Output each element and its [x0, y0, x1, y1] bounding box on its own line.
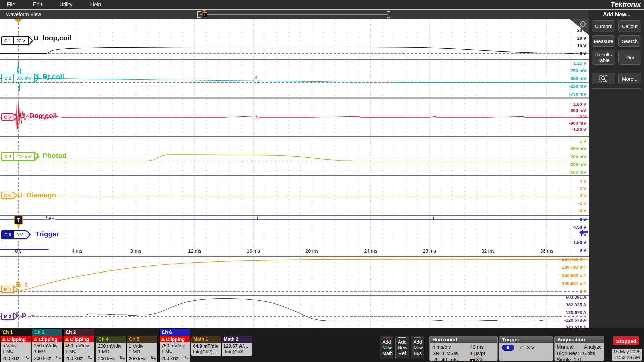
- menu-edit[interactable]: Edit: [33, 2, 42, 8]
- datetime-display: 15 May 2025 11:53:23 AM: [612, 349, 642, 361]
- svg-text:600 mV: 600 mV: [571, 146, 586, 152]
- svg-text:2 V: 2 V: [580, 186, 586, 191]
- trigger-position-badge-icon: T: [470, 359, 475, 361]
- add-new-math-button[interactable]: Add New Math: [380, 336, 393, 359]
- bandwidth-limit-flag: Bw: [151, 355, 156, 362]
- trigger-t-icon[interactable]: T: [14, 216, 23, 224]
- overview-trigger-caret-icon: [202, 10, 206, 12]
- search-button[interactable]: Search: [618, 35, 642, 47]
- channel-badge-c3[interactable]: C 3: [1, 113, 18, 121]
- cursors-button[interactable]: Cursors: [592, 20, 615, 32]
- trigger-panel[interactable]: Trigger 6 3 V: [499, 336, 553, 361]
- trigger-panel-title: Trigger: [499, 336, 553, 343]
- add-new-bus-button[interactable]: Add New Bus: [411, 336, 424, 359]
- svg-text:0 s: 0 s: [15, 248, 21, 254]
- svg-text:120.678 A: 120.678 A: [566, 310, 586, 315]
- warning-icon: !: [2, 337, 6, 341]
- acquisition-panel[interactable]: Acquisition Manual,Analyze High Res: 16 …: [554, 336, 604, 361]
- svg-text:0 V: 0 V: [580, 193, 586, 198]
- overview-trigger-icon[interactable]: T: [203, 12, 207, 17]
- svg-text:-362.035 A: -362.035 A: [564, 325, 587, 328]
- channel-badge-m2[interactable]: M 2: [1, 313, 18, 320]
- overview-left-bracket-icon[interactable]: [197, 11, 201, 18]
- svg-text:1.50 V: 1.50 V: [573, 240, 586, 245]
- clipping-warning: !Clipping: [32, 336, 62, 342]
- waveform-view-title: Waveform View: [6, 11, 41, 17]
- svg-text:24 ms: 24 ms: [364, 248, 377, 254]
- svg-text:10 V: 10 V: [577, 43, 586, 48]
- svg-text:20 ms: 20 ms: [305, 248, 319, 254]
- svg-text:4.50 V: 4.50 V: [573, 225, 586, 230]
- oscilloscope-app: File Edit Utility Help Tektronix Wavefor…: [0, 0, 644, 362]
- badge-arrow-icon: [14, 313, 18, 320]
- svg-text:8 ms: 8 ms: [130, 248, 141, 254]
- menu-utility[interactable]: Utility: [59, 2, 72, 8]
- horizontal-panel-title: Horizontal: [430, 336, 497, 343]
- svg-text:0 T: 0 T: [580, 289, 586, 294]
- sidebar-divider: [592, 88, 641, 89]
- add-new-ref-button[interactable]: Add New Ref: [395, 336, 409, 359]
- rising-edge-icon: [517, 345, 524, 350]
- menu-help[interactable]: Help: [90, 2, 101, 8]
- horizontal-overview-bar[interactable]: T: [197, 11, 390, 18]
- warning-icon: !: [161, 337, 165, 341]
- badge-math-2[interactable]: Math 2120.67 A/…-Intg(Ch3…: [222, 336, 252, 356]
- channel-badge-c5[interactable]: C 5: [1, 192, 18, 199]
- measure-button[interactable]: Measure: [592, 35, 615, 47]
- channel-badge-c4[interactable]: C 4200 mV: [1, 152, 39, 161]
- right-sidebar: Add New... Cursors Callout Measure Searc…: [589, 10, 644, 328]
- channel-badge-m1[interactable]: M 1: [1, 286, 18, 293]
- badge-arrow-icon: [35, 152, 39, 161]
- svg-text:0 V: 0 V: [580, 114, 586, 119]
- badge-ch-4[interactable]: Ch 4200 mV/div1 MΩ200 kHzBw: [96, 336, 126, 362]
- menu-file[interactable]: File: [7, 2, 15, 8]
- channel-badge-c6[interactable]: C 63 V: [1, 230, 31, 239]
- overview-track: [200, 14, 388, 15]
- run-stop-status[interactable]: Stopped: [613, 336, 640, 346]
- channel-badge-c2[interactable]: C 2300 mV: [1, 74, 39, 82]
- overview-right-bracket-icon[interactable]: [387, 11, 390, 18]
- zoom-select-button[interactable]: [592, 73, 615, 84]
- channel-badge-c1[interactable]: C 120 V: [1, 36, 33, 45]
- badge-ch-6[interactable]: Ch 6!Clipping750 mV/div1 MΩ200 kHzBw: [160, 329, 190, 362]
- bandwidth-limit-flag: Bw: [88, 354, 92, 361]
- badge-ch-3[interactable]: Ch 3!Clipping450 mV/div1 MΩ200 kHzBw: [64, 329, 94, 362]
- svg-text:1.80 V: 1.80 V: [573, 102, 586, 107]
- trigger-source-badge: 6: [502, 345, 514, 351]
- clipping-warning: !Clipping: [64, 336, 94, 342]
- svg-text:4 V: 4 V: [580, 179, 586, 184]
- svg-text:0 V: 0 V: [580, 248, 586, 253]
- trigger-level-value: 3 V: [527, 344, 535, 351]
- horizontal-panel[interactable]: Horizontal 4 ms/div40 ms SR: 1 MS/s1 µs/…: [429, 336, 498, 361]
- settings-bar: Ch 1!Clipping5 V/div1 MΩ200 kHzBwCh 2!Cl…: [0, 328, 644, 362]
- badge-math-1[interactable]: Math 164.9 mT/divIntg(Ch2)…: [191, 336, 221, 356]
- waveform-plot[interactable]: 30 V20 V10 V0 V1.25 V750 mV250 mV-250 mV…: [0, 19, 589, 328]
- svg-text:1 V: 1 V: [580, 139, 586, 144]
- badge-ch-1[interactable]: Ch 1!Clipping5 V/div1 MΩ200 kHzBw: [1, 329, 31, 362]
- svg-text:0 V: 0 V: [580, 51, 586, 56]
- callout-button[interactable]: Callout: [618, 20, 642, 32]
- clipping-warning: !Clipping: [160, 336, 190, 342]
- svg-text:-900 mV: -900 mV: [569, 121, 586, 126]
- plot-button[interactable]: Plot: [618, 50, 642, 65]
- badge-ch-2[interactable]: Ch 2!Clipping250 mV/div1 MΩ200 kHzBw: [32, 329, 62, 362]
- results-table-button[interactable]: Results Table: [592, 50, 615, 65]
- svg-text:-2 V: -2 V: [578, 201, 586, 206]
- badge-arrow-icon: [29, 36, 33, 45]
- bottom-bar-divider: [608, 330, 608, 360]
- svg-text:36 ms: 36 ms: [540, 248, 553, 254]
- waveform-canvas: 30 V20 V10 V0 V1.25 V750 mV250 mV-250 mV…: [0, 19, 589, 328]
- svg-text:1.25 V: 1.25 V: [573, 61, 586, 66]
- svg-text:200 mV: 200 mV: [571, 154, 586, 159]
- svg-text:362.035 A: 362.035 A: [566, 302, 586, 307]
- more-button[interactable]: More...: [618, 73, 642, 84]
- bandwidth-limit-flag: Bw: [56, 354, 61, 361]
- bandwidth-limit-flag: Bw: [184, 354, 188, 361]
- svg-text:129.931 mT: 129.931 mT: [562, 281, 587, 286]
- svg-text:519.723 mT: 519.723 mT: [562, 257, 587, 262]
- badge-ch-5[interactable]: Ch 51 V/div1 MΩ200 kHzBw: [127, 336, 157, 362]
- badge-arrow-icon: [14, 286, 18, 293]
- svg-text:-120.678 A: -120.678 A: [564, 318, 587, 323]
- svg-text:900 mV: 900 mV: [571, 108, 586, 113]
- svg-text:-4 V: -4 V: [578, 208, 586, 213]
